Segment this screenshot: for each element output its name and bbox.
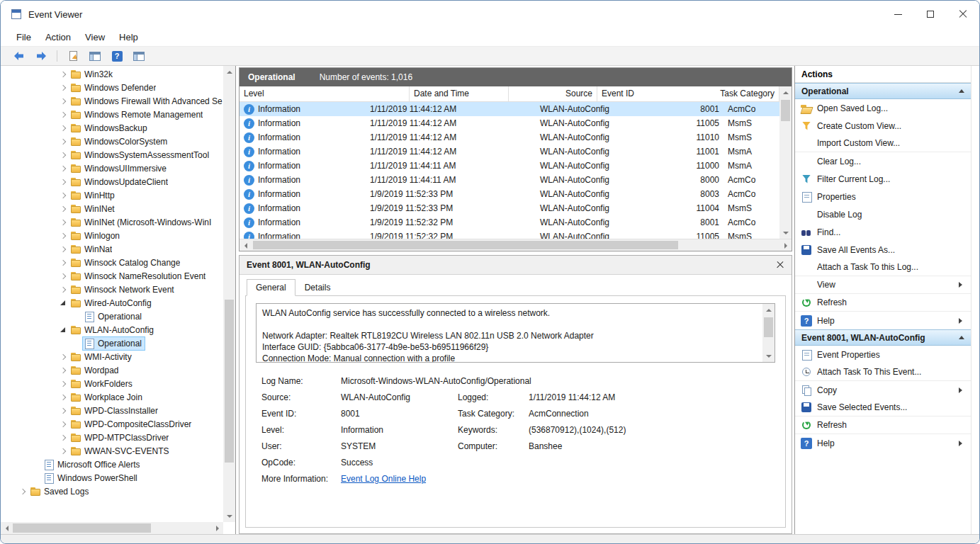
event-log-online-help-link[interactable]: Event Log Online Help	[341, 474, 426, 484]
tree-item[interactable]: WPD-CompositeClassDriver	[1, 417, 223, 431]
tree-item[interactable]: WinNat	[1, 242, 223, 256]
tree-item[interactable]: Windows Firewall With Advanced Se	[1, 94, 223, 108]
scroll-left-arrow[interactable]	[240, 239, 252, 251]
column-header[interactable]: Level	[240, 86, 410, 101]
tree-item[interactable]: Microsoft Office Alerts	[1, 458, 223, 471]
description-scrollbar[interactable]	[762, 304, 775, 362]
tree-expand-chevron[interactable]	[71, 311, 82, 322]
scroll-right-arrow[interactable]	[211, 522, 223, 534]
tree-item[interactable]: WinINet (Microsoft-Windows-WinI	[1, 215, 223, 229]
tree-expand-chevron[interactable]	[57, 405, 69, 416]
tree-expand-chevron[interactable]	[57, 392, 69, 403]
maximize-button[interactable]	[914, 1, 947, 28]
action-item[interactable]: Properties	[795, 188, 971, 205]
scroll-up-arrow[interactable]	[223, 66, 235, 78]
table-row[interactable]: Information 1/9/2019 11:52:32 PM WLAN-Au…	[240, 215, 779, 230]
tree-expand-chevron[interactable]	[17, 486, 28, 497]
close-button[interactable]	[947, 1, 979, 28]
tree-item[interactable]: WinINet	[1, 202, 223, 215]
tree-expand-chevron[interactable]	[57, 419, 69, 430]
tree-expand-chevron[interactable]	[57, 123, 69, 134]
scrollbar-thumb[interactable]	[13, 523, 151, 533]
scroll-down-arrow[interactable]	[762, 350, 775, 362]
tree-item[interactable]: WorkFolders	[1, 377, 223, 390]
events-horizontal-scrollbar[interactable]	[240, 239, 792, 251]
tree-expand-chevron[interactable]	[57, 163, 69, 174]
table-row[interactable]: Information 1/11/2019 11:44:12 AM WLAN-A…	[240, 102, 779, 116]
collapse-section-icon[interactable]	[959, 333, 964, 339]
tree-expand-chevron[interactable]	[71, 338, 82, 349]
table-row[interactable]: Information 1/9/2019 11:52:32 PM WLAN-Au…	[240, 230, 779, 239]
column-header[interactable]: Date and Time	[410, 86, 509, 101]
tree-expand-chevron[interactable]	[57, 149, 69, 161]
action-item[interactable]: Refresh	[795, 294, 971, 312]
action-item[interactable]: View	[795, 276, 971, 294]
show-action-pane-button[interactable]	[130, 48, 147, 64]
tree-expand-chevron[interactable]	[57, 378, 69, 390]
action-item[interactable]: Create Custom View...	[795, 117, 971, 135]
action-item[interactable]: Clear Log...	[795, 152, 971, 170]
tree-vertical-scrollbar[interactable]	[223, 66, 235, 522]
tree-item[interactable]: WinHttp	[1, 188, 223, 202]
scroll-right-arrow[interactable]	[779, 239, 792, 251]
tree-expand-chevron[interactable]	[57, 284, 69, 295]
scrollbar-thumb[interactable]	[764, 317, 773, 337]
action-item[interactable]: Attach Task To This Event...	[795, 363, 971, 381]
forward-button[interactable]	[33, 48, 50, 64]
tree-item[interactable]: Workplace Join	[1, 390, 223, 404]
action-item[interactable]: Attach a Task To this Log...	[795, 259, 971, 276]
tree-item[interactable]: Windows Defender	[1, 81, 223, 94]
tree-expand-chevron[interactable]	[57, 432, 69, 443]
tree-expand-chevron[interactable]	[57, 446, 69, 457]
tree-expand-chevron[interactable]	[30, 459, 42, 470]
tree-item[interactable]: WindowsColorSystem	[1, 135, 223, 148]
tree-expand-chevron[interactable]	[30, 472, 42, 484]
tree-expand-chevron[interactable]	[57, 82, 69, 94]
tab-general[interactable]: General	[247, 279, 295, 296]
tree-item[interactable]: Windows Remote Management	[1, 108, 223, 121]
table-row[interactable]: Information 1/11/2019 11:44:12 AM WLAN-A…	[240, 130, 779, 144]
action-item[interactable]: Filter Current Log...	[795, 170, 971, 188]
actions-section-header-operational[interactable]: Operational	[795, 83, 971, 99]
tree-expand-chevron[interactable]	[57, 109, 69, 120]
tree-expand-chevron[interactable]	[57, 351, 69, 363]
menu-item[interactable]: Action	[38, 30, 78, 45]
tree-item[interactable]: Wired-AutoConfig	[1, 296, 223, 310]
tree-item[interactable]: Win32k	[1, 67, 223, 81]
action-item[interactable]: Help	[795, 312, 971, 329]
tree-expand-chevron[interactable]	[57, 324, 69, 336]
table-row[interactable]: Information 1/11/2019 11:44:11 AM WLAN-A…	[240, 159, 779, 173]
scroll-down-arrow[interactable]	[223, 510, 235, 522]
back-button[interactable]	[11, 48, 28, 64]
tree-expand-chevron[interactable]	[57, 365, 69, 376]
table-row[interactable]: Information 1/9/2019 11:52:33 PM WLAN-Au…	[240, 187, 779, 201]
tree-item[interactable]: WindowsUpdateClient	[1, 175, 223, 188]
toolbar-help-button[interactable]	[108, 48, 125, 64]
action-item[interactable]: Copy	[795, 381, 971, 399]
table-row[interactable]: Information 1/11/2019 11:44:11 AM WLAN-A…	[240, 173, 779, 187]
tree-expand-chevron[interactable]	[57, 217, 69, 228]
table-row[interactable]: Information 1/11/2019 11:44:12 AM WLAN-A…	[240, 144, 779, 159]
tree-item[interactable]: WPD-ClassInstaller	[1, 404, 223, 417]
menu-item[interactable]: View	[78, 30, 112, 45]
action-item[interactable]: Save All Events As...	[795, 241, 971, 259]
scroll-up-arrow[interactable]	[762, 304, 775, 316]
tree-expand-chevron[interactable]	[57, 136, 69, 147]
tree-item[interactable]: Windows PowerShell	[1, 471, 223, 484]
column-header[interactable]: Task Category	[716, 86, 779, 101]
tree-item[interactable]: WPD-MTPClassDriver	[1, 431, 223, 444]
tree-item[interactable]: Winlogon	[1, 229, 223, 242]
tree-expand-chevron[interactable]	[57, 230, 69, 242]
collapse-section-icon[interactable]	[959, 86, 964, 93]
tree-expand-chevron[interactable]	[57, 203, 69, 215]
toolbar-document-button[interactable]	[64, 48, 81, 64]
menu-item[interactable]: File	[9, 30, 38, 45]
scrollbar-thumb[interactable]	[781, 100, 790, 121]
action-item[interactable]: Import Custom View...	[795, 135, 971, 152]
action-item[interactable]: Save Selected Events...	[795, 399, 971, 416]
tree-expand-chevron[interactable]	[57, 69, 69, 80]
action-item[interactable]: Refresh	[795, 416, 971, 434]
action-item[interactable]: Find...	[795, 223, 971, 241]
tree-horizontal-scrollbar[interactable]	[1, 522, 223, 534]
tree-item[interactable]: Winsock Catalog Change	[1, 256, 223, 269]
